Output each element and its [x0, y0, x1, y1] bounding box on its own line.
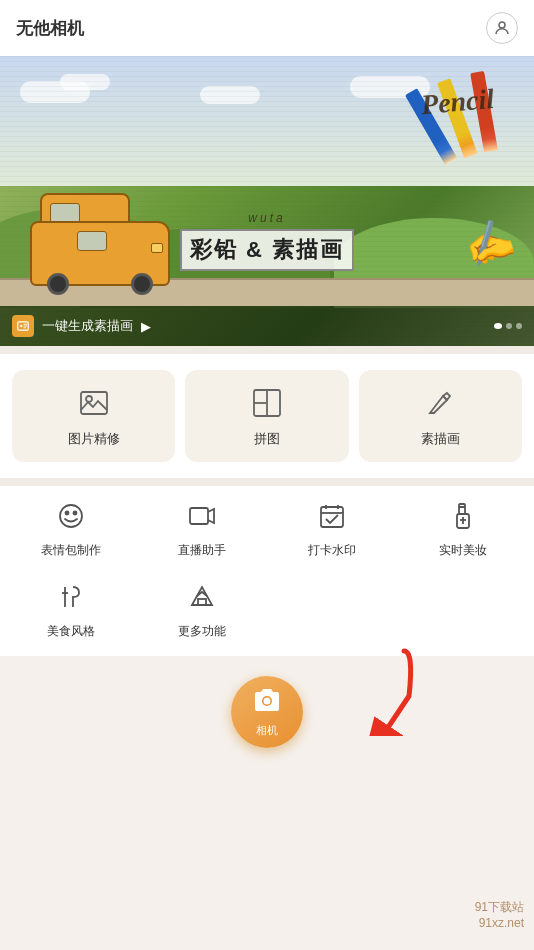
svg-point-7	[86, 396, 92, 402]
food-icon	[57, 583, 85, 617]
camera-button[interactable]: 相机	[231, 676, 303, 748]
more-icon	[188, 583, 216, 617]
feature-card-label: 图片精修	[68, 430, 120, 448]
svg-rect-20	[459, 504, 465, 514]
small-feature-live[interactable]: 直播助手	[143, 502, 262, 559]
svg-point-14	[74, 512, 77, 515]
banner-cta-text: 一键生成素描画	[42, 317, 133, 335]
camera-icon	[252, 686, 282, 721]
app-title: 无他相机	[16, 17, 84, 40]
svg-rect-16	[321, 507, 343, 527]
small-feature-label: 更多功能	[178, 623, 226, 640]
svg-rect-15	[190, 508, 208, 524]
section-gap-2	[0, 478, 534, 486]
sketch-icon	[425, 388, 455, 422]
van-wheel	[131, 273, 153, 295]
svg-rect-27	[198, 599, 206, 605]
svg-rect-21	[459, 506, 465, 508]
feature-card-label: 素描画	[421, 430, 460, 448]
beauty-icon	[449, 502, 477, 536]
small-feature-label: 直播助手	[178, 542, 226, 559]
red-arrow-svg	[334, 646, 434, 736]
camera-label: 相机	[256, 723, 278, 738]
svg-rect-6	[81, 392, 107, 414]
app-header: 无他相机	[0, 0, 534, 56]
small-feature-label: 美食风格	[47, 623, 95, 640]
svg-point-12	[60, 505, 82, 527]
feature-card-collage[interactable]: 拼图	[185, 370, 348, 462]
banner-cta-bar[interactable]: 一键生成素描画 ▶	[0, 306, 534, 346]
collage-icon	[252, 388, 282, 422]
bottom-area: 相机	[0, 656, 534, 778]
dot	[516, 323, 522, 329]
small-feature-label: 实时美妆	[439, 542, 487, 559]
svg-point-13	[66, 512, 69, 515]
live-icon	[188, 502, 216, 536]
feature-card-label: 拼图	[254, 430, 280, 448]
extra-features-row2: 美食风格 更多功能	[0, 575, 534, 656]
small-feature-label: 表情包制作	[41, 542, 101, 559]
watermark: 91下载站 91xz.net	[475, 899, 524, 930]
small-feature-checkin[interactable]: 打卡水印	[273, 502, 392, 559]
banner-title-box: 彩铅 & 素描画	[180, 229, 354, 271]
pencils-decoration	[404, 66, 524, 186]
small-features-row1: 表情包制作 直播助手 打卡水印	[0, 486, 534, 575]
banner-dots	[494, 323, 522, 329]
small-feature-beauty[interactable]: 实时美妆	[404, 502, 523, 559]
banner-id-icon	[12, 315, 34, 337]
banner-subtitle: wuta	[248, 211, 285, 225]
banner-cta-arrow: ▶	[141, 319, 151, 334]
small-feature-more[interactable]: 更多功能	[143, 583, 262, 640]
banner: Pencil ✍️ wuta 彩铅 & 素描画 一键生成素描画 ▶	[0, 56, 534, 346]
dot-active	[494, 323, 502, 329]
feature-grid: 图片精修 拼图 素描画	[0, 354, 534, 478]
feature-card-sketch[interactable]: 素描画	[359, 370, 522, 462]
banner-main-title: 彩铅 & 素描画	[180, 229, 354, 271]
avatar[interactable]	[486, 12, 518, 44]
dot	[506, 323, 512, 329]
section-gap	[0, 346, 534, 354]
feature-card-photo-edit[interactable]: 图片精修	[12, 370, 175, 462]
pencil-text: Pencil	[420, 83, 496, 121]
van-wheel	[47, 273, 69, 295]
svg-point-2	[20, 325, 22, 327]
checkin-icon	[318, 502, 346, 536]
emoji-icon	[57, 502, 85, 536]
svg-point-0	[499, 22, 505, 28]
arrow-container	[334, 646, 434, 736]
small-feature-emoji[interactable]: 表情包制作	[12, 502, 131, 559]
watermark-line2: 91xz.net	[475, 916, 524, 930]
small-feature-food[interactable]: 美食风格	[12, 583, 131, 640]
photo-edit-icon	[79, 388, 109, 422]
watermark-line1: 91下载站	[475, 899, 524, 916]
svg-point-30	[264, 698, 271, 705]
banner-title-area: wuta 彩铅 & 素描画	[0, 211, 534, 271]
small-feature-label: 打卡水印	[308, 542, 356, 559]
